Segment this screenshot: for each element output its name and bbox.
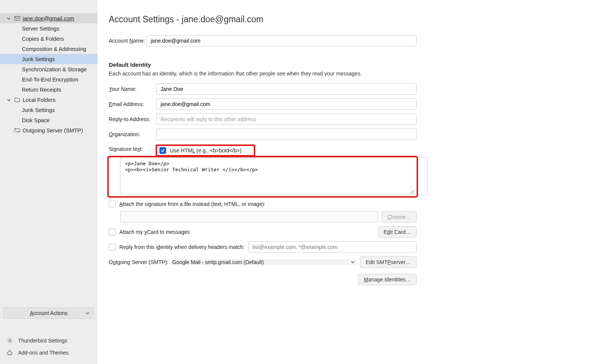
thunderbird-settings-link[interactable]: Thunderbird Settings xyxy=(3,335,94,347)
addons-themes-label: Add-ons and Themes xyxy=(18,350,69,356)
attach-vcard-checkbox[interactable] xyxy=(109,229,116,235)
edit-card-button[interactable]: Edit Card… xyxy=(378,226,417,238)
page-title: Account Settings - jane.doe@gmail.com xyxy=(109,14,594,25)
tree-item-sync-storage[interactable]: Synchronization & Storage xyxy=(0,64,97,74)
resize-handle-icon[interactable] xyxy=(409,189,414,194)
manage-identities-button[interactable]: Manage Identities… xyxy=(358,274,417,285)
folder-icon xyxy=(14,97,20,103)
addons-themes-link[interactable]: Add-ons and Themes xyxy=(3,347,94,359)
sidebar: jane.doe@gmail.com Server Settings Copie… xyxy=(0,0,97,364)
identity-heading: Default Identity xyxy=(109,61,417,68)
account-name-input[interactable] xyxy=(147,35,417,46)
attach-file-checkbox[interactable] xyxy=(109,201,116,207)
choose-file-button[interactable]: Choose… xyxy=(382,211,417,223)
tree-label: Local Folders xyxy=(23,97,56,103)
reply-identity-headers-input[interactable] xyxy=(248,241,417,253)
main-panel: Account Settings - jane.doe@gmail.com Ac… xyxy=(97,0,605,364)
tree-item-copies-folders[interactable]: Copies & Folders xyxy=(0,34,97,44)
tree-item-lf-junk[interactable]: Junk Settings xyxy=(0,105,97,115)
send-receive-icon xyxy=(14,127,20,133)
email-input[interactable] xyxy=(156,98,417,110)
chevron-down-icon xyxy=(86,310,90,316)
tree-item-junk-settings[interactable]: Junk Settings xyxy=(0,54,97,64)
signature-textarea-highlight xyxy=(109,157,417,196)
sidebar-bottom: Account Actions Thunderbird Settings Add… xyxy=(0,305,97,364)
tree-item-account-1[interactable]: Local Folders xyxy=(0,95,97,105)
account-form: Account Name: Default Identity Each acco… xyxy=(109,35,417,285)
use-html-checkbox[interactable] xyxy=(159,147,166,154)
tree-item-server-settings[interactable]: Server Settings xyxy=(0,23,97,34)
tree-item-e2e-encryption[interactable]: End-To-End Encryption xyxy=(0,74,97,84)
signature-file-path-input xyxy=(120,211,378,223)
edit-smtp-button[interactable]: Edit SMTP server… xyxy=(360,256,417,268)
gear-icon xyxy=(7,338,15,344)
account-actions-button[interactable]: Account Actions xyxy=(3,307,94,319)
use-html-highlight: Use HTML (e.g., <b>bold</b>) xyxy=(156,145,255,156)
outgoing-server-select[interactable]: Google Mail - smtp.gmail.com (Default) xyxy=(172,259,356,265)
mailbox-icon xyxy=(14,15,20,21)
tree-item-account-0[interactable]: jane.doe@gmail.com xyxy=(0,13,97,23)
attach-file-row: Attach the signature from a file instead… xyxy=(109,201,417,207)
tree-item-lf-disk[interactable]: Disk Space xyxy=(0,115,97,125)
organization-input[interactable] xyxy=(156,129,417,140)
identity-desc: Each account has an identity, which is t… xyxy=(109,71,417,77)
tree-item-composition-addressing[interactable]: Composition & Addressing xyxy=(0,44,97,54)
thunderbird-settings-label: Thunderbird Settings xyxy=(18,338,67,344)
your-name-input[interactable] xyxy=(156,83,417,95)
chevron-down-icon xyxy=(351,259,356,265)
svg-point-2 xyxy=(9,340,11,342)
tree-label: jane.doe@gmail.com xyxy=(23,15,74,22)
tree-item-outgoing-smtp[interactable]: Outgoing Server (SMTP) xyxy=(0,125,97,135)
account-name-row: Account Name: xyxy=(109,35,417,46)
signature-textarea[interactable] xyxy=(120,157,428,195)
outgoing-server-value: Google Mail - smtp.gmail.com (Default) xyxy=(172,259,264,265)
reply-to-input[interactable] xyxy=(156,114,417,125)
tree-item-return-receipts[interactable]: Return Receipts xyxy=(0,84,97,95)
chevron-down-icon xyxy=(6,17,11,20)
chevron-down-icon xyxy=(6,98,11,102)
puzzle-icon xyxy=(7,350,15,356)
account-tree: jane.doe@gmail.com Server Settings Copie… xyxy=(0,13,97,305)
default-identity-section: Default Identity Each account has an ide… xyxy=(109,61,417,285)
reply-from-identity-checkbox[interactable] xyxy=(109,244,116,250)
